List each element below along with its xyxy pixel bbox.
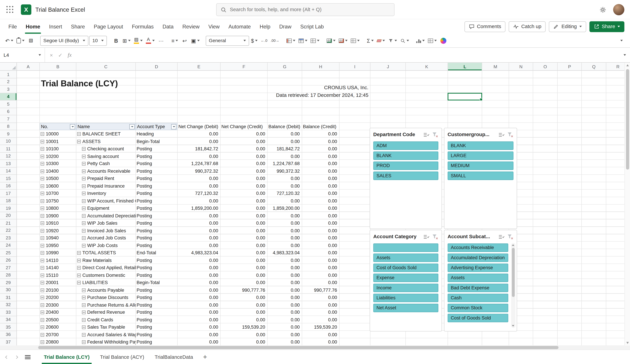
outline-collapse-icon[interactable]: [82, 333, 86, 336]
slicer-item-blank[interactable]: [373, 244, 438, 252]
cell-account-type[interactable]: Posting: [136, 197, 178, 204]
cell-account-type[interactable]: Posting: [136, 272, 178, 279]
cell-account-type[interactable]: Posting: [136, 175, 178, 182]
ribbon-tab-file[interactable]: File: [4, 19, 21, 34]
outline-collapse-icon[interactable]: [82, 310, 86, 314]
slicer-item-bad-debt-expense[interactable]: Bad Debt Expense: [448, 284, 508, 292]
ribbon-tab-insert[interactable]: Insert: [45, 19, 66, 34]
multi-select-icon[interactable]: [422, 233, 429, 240]
slicer-item-medium[interactable]: MEDIUM: [448, 162, 514, 170]
cell-name[interactable]: Credit Cards: [76, 316, 136, 323]
row-header-28[interactable]: 28: [0, 272, 16, 279]
cell-amount[interactable]: 0.00: [178, 331, 220, 338]
settings-gear-icon[interactable]: [599, 6, 607, 13]
report-title-cell[interactable]: Trial Balance (LCY): [41, 79, 118, 88]
slicer-item-expense[interactable]: Expense: [373, 274, 438, 282]
document-title[interactable]: Trial Balance Excel: [36, 6, 85, 13]
cell-amount[interactable]: 0.00: [302, 152, 340, 160]
cell-name[interactable]: Prepaid Insurance: [76, 182, 136, 190]
cell-amount[interactable]: 0.00: [268, 286, 302, 294]
column-header-g[interactable]: G: [268, 63, 302, 70]
cell-no[interactable]: 10200: [40, 152, 76, 160]
slicer-item-blank[interactable]: BLANK: [448, 141, 514, 150]
clear-filter-icon[interactable]: [506, 233, 513, 240]
row-header-25[interactable]: 25: [0, 249, 16, 256]
scroll-down-icon[interactable]: [626, 342, 628, 344]
company-name-cell[interactable]: CRONUS USA, Inc.: [218, 85, 368, 90]
cell-amount[interactable]: 0.00: [302, 272, 340, 279]
slicer-item-cost-of-goods-sold[interactable]: Cost of Goods Sold: [373, 264, 438, 272]
cell-account-type[interactable]: Begin-Total: [136, 138, 178, 145]
slicer-item-large[interactable]: LARGE: [448, 152, 514, 160]
sheet-tab-trial-balance-lcy[interactable]: Trial Balance (LCY): [38, 350, 95, 364]
cell-amount[interactable]: 0.00: [178, 182, 220, 190]
cell-no[interactable]: 14140: [40, 264, 76, 272]
chart-button[interactable]: [415, 36, 426, 46]
cell-amount[interactable]: 0.00: [178, 130, 220, 138]
cell-amount[interactable]: 0.00: [220, 264, 268, 272]
outline-collapse-icon[interactable]: [41, 199, 44, 203]
cell-amount[interactable]: 0.00: [178, 242, 220, 249]
cell-amount[interactable]: 0.00: [302, 190, 340, 197]
cell-amount[interactable]: 1,859,200.00: [178, 204, 220, 212]
outline-collapse-icon[interactable]: [82, 162, 86, 166]
outline-collapse-icon[interactable]: [41, 251, 44, 255]
outline-collapse-icon[interactable]: [82, 303, 86, 306]
table-view-button[interactable]: [427, 36, 438, 46]
cell-no[interactable]: 20600: [40, 323, 76, 331]
cell-amount[interactable]: 0.00: [302, 338, 340, 346]
row-header-4[interactable]: 4: [0, 93, 16, 100]
cell-amount[interactable]: 990,372.32: [178, 167, 220, 175]
column-header-o[interactable]: O: [533, 63, 558, 70]
outline-collapse-icon[interactable]: [41, 229, 44, 232]
cell-amount[interactable]: 0.00: [302, 309, 340, 316]
font-color-button[interactable]: A: [144, 36, 156, 46]
cell-amount[interactable]: 0.00: [302, 130, 340, 138]
clear-filter-icon[interactable]: [432, 131, 438, 138]
row-header-5[interactable]: 5: [0, 100, 16, 108]
cell-amount[interactable]: 0.00: [268, 212, 302, 220]
cell-amount[interactable]: 0.00: [178, 286, 220, 294]
cell-amount[interactable]: 0.00: [302, 301, 340, 309]
column-header-q[interactable]: Q: [582, 63, 606, 70]
number-format-select[interactable]: General: [206, 36, 249, 46]
clear-filter-icon[interactable]: [432, 233, 438, 240]
vertical-scroll-thumb[interactable]: [626, 69, 629, 170]
cell-account-type[interactable]: Posting: [136, 316, 178, 323]
column-header-b[interactable]: B: [40, 63, 76, 70]
cell-account-type[interactable]: Posting: [136, 234, 178, 242]
previous-sheet-icon[interactable]: [4, 354, 9, 359]
column-header-i[interactable]: I: [340, 63, 370, 70]
cell-amount[interactable]: 0.00: [220, 175, 268, 182]
cell-amount[interactable]: 0.00: [302, 204, 340, 212]
cell-amount[interactable]: 0.00: [220, 130, 268, 138]
cell-amount[interactable]: 0.00: [178, 316, 220, 323]
cell-amount[interactable]: 0.00: [178, 227, 220, 234]
slicer-item-accumulated-depreciation[interactable]: Accumulated Depreciation: [448, 254, 508, 262]
fill-color-button[interactable]: ▨: [132, 36, 144, 46]
ribbon-tab-data[interactable]: Data: [158, 19, 178, 34]
cell-name[interactable]: Accrued Job Costs: [76, 234, 136, 242]
outline-collapse-icon[interactable]: [82, 222, 86, 225]
cell-name[interactable]: Prepaid Rent: [76, 175, 136, 182]
cell-amount[interactable]: 0.00: [268, 138, 302, 145]
cell-account-type[interactable]: Posting: [136, 331, 178, 338]
ribbon-tab-formulas[interactable]: Formulas: [128, 19, 158, 34]
cell-amount[interactable]: 0.00: [178, 212, 220, 220]
cell-amount[interactable]: 0.00: [268, 294, 302, 301]
cell-account-type[interactable]: Posting: [136, 212, 178, 220]
sheet-tab-trialbalancedata[interactable]: TrialBalanceData: [150, 350, 198, 364]
cell-amount[interactable]: 0.00: [268, 227, 302, 234]
cell-amount[interactable]: 0.00: [302, 249, 340, 256]
cell-amount[interactable]: 0.00: [268, 264, 302, 272]
cell-name[interactable]: WIP Job Sales: [76, 220, 136, 227]
cell-account-type[interactable]: Posting: [136, 256, 178, 264]
cell-amount[interactable]: 0.00: [268, 331, 302, 338]
cell-amount[interactable]: 0.00: [302, 227, 340, 234]
cell-amount[interactable]: 0.00: [220, 197, 268, 204]
cell-amount[interactable]: 0.00: [220, 167, 268, 175]
cell-account-type[interactable]: Posting: [136, 145, 178, 152]
add-sheet-button[interactable]: +: [198, 350, 212, 364]
cell-no[interactable]: 20001: [40, 279, 76, 286]
table-header-net-change-credit[interactable]: Net Change (Credit): [220, 123, 268, 130]
